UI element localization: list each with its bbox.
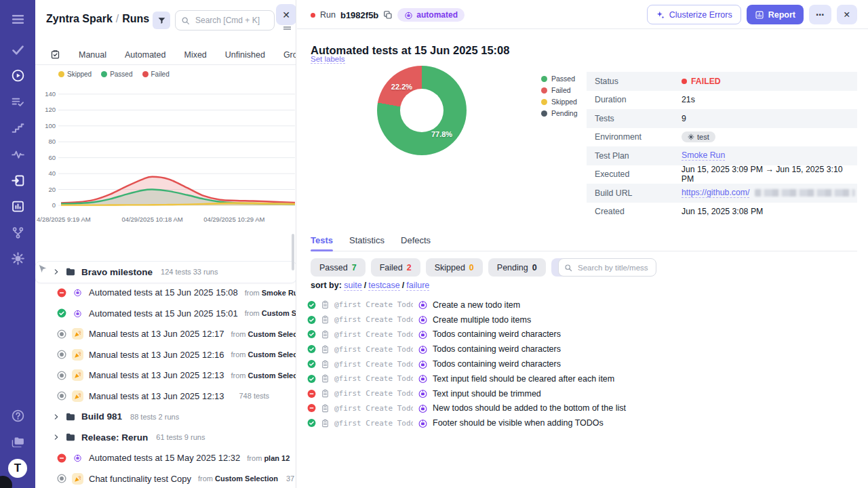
tests-search (558, 258, 656, 277)
breadcrumb-project[interactable]: Zyntra Spark (46, 13, 113, 24)
donut-legend-skipped[interactable]: Skipped (541, 98, 578, 106)
test-title[interactable]: Footer should be visible when adding TOD… (433, 418, 604, 428)
more-button[interactable]: ⋯ (809, 5, 831, 24)
list-check-icon[interactable] (0, 90, 35, 113)
legend-item-skipped[interactable]: Skipped (58, 70, 92, 78)
play-circle-icon[interactable] (0, 64, 35, 87)
sort-option-testcase[interactable]: testcase (368, 281, 400, 291)
clipboard-check-icon[interactable] (50, 49, 60, 60)
test-suite[interactable]: @first Create Todos... (334, 345, 413, 354)
build-url-link[interactable]: https://github.com/ (682, 188, 749, 198)
run-status-icon (57, 329, 66, 339)
steps-icon[interactable] (0, 117, 35, 140)
tab-manual[interactable]: Manual (79, 50, 106, 60)
check-icon[interactable] (0, 38, 35, 61)
test-suite[interactable]: @first Create Todos... (334, 419, 413, 428)
clusterize-errors-button[interactable]: Clusterize Errors (647, 5, 741, 24)
tab-unfinished[interactable]: Unfinished (225, 50, 265, 60)
test-row[interactable]: @first Create Todos... Text input field … (307, 371, 856, 386)
menu-icon[interactable] (0, 7, 35, 30)
test-title[interactable]: New todos should be added to the bottom … (433, 403, 626, 413)
automated-badge[interactable]: automated (397, 8, 465, 22)
donut-legend-pending[interactable]: Pending (541, 109, 578, 117)
test-suite[interactable]: @first Create Todos... (334, 360, 413, 369)
panel-close-button[interactable]: ✕ (276, 4, 296, 25)
logo-t[interactable]: T (8, 459, 27, 478)
chat-widget-bubble[interactable] (0, 476, 12, 488)
test-suite[interactable]: @first Create Todos... (334, 389, 413, 398)
test-title[interactable]: Todos containing weird characters (433, 329, 561, 339)
chip-skipped[interactable]: Skipped 0 (426, 258, 483, 277)
chevron-right-icon[interactable] (53, 434, 60, 441)
activity-icon[interactable] (0, 142, 35, 165)
test-status-icon (307, 330, 316, 339)
folder-row[interactable]: Bravo milestone 124 tests 33 runs (35, 262, 296, 283)
test-row[interactable]: @first Create Todos... Footer should be … (307, 415, 856, 430)
run-row[interactable]: Manual tests at 13 Jun 2025 12:17 from C… (35, 324, 296, 345)
tab-automated[interactable]: Automated (125, 50, 165, 60)
legend-item-passed[interactable]: Passed (101, 70, 132, 78)
run-row[interactable]: Automated tests at 15 Jun 2025 15:01 fro… (35, 303, 296, 324)
runs-search-input[interactable] (194, 15, 269, 26)
scrollbar-thumb[interactable] (292, 234, 294, 270)
copy-icon[interactable] (383, 10, 393, 20)
test-title[interactable]: Create multiple todo items (433, 315, 531, 325)
run-row[interactable]: Automated tests at 15 Jun 2025 15:08 fro… (35, 283, 296, 304)
tab-mixed[interactable]: Mixed (184, 50, 206, 60)
tab-tests[interactable]: Tests (311, 235, 333, 251)
detail-link[interactable]: Smoke Run (682, 150, 725, 161)
test-title[interactable]: Text input field should be cleared after… (433, 374, 614, 384)
test-suite[interactable]: @first Create Todos... (334, 300, 413, 309)
report-button[interactable]: Report (747, 5, 804, 24)
test-row[interactable]: @first Create Todos... Text input should… (307, 386, 856, 401)
import-icon[interactable] (0, 169, 35, 192)
set-labels-link[interactable]: Set labels (311, 55, 345, 64)
chip-pending[interactable]: Pending 0 (488, 258, 546, 277)
close-run-button[interactable]: ✕ (837, 5, 857, 24)
detail-label: Created (595, 207, 682, 216)
test-row[interactable]: @first Create Todos... Create a new todo… (307, 298, 856, 312)
donut-legend-failed[interactable]: Failed (541, 86, 578, 94)
branch-icon[interactable] (0, 221, 35, 244)
test-suite[interactable]: @first Create Todos... (334, 374, 413, 383)
sort-option-failure[interactable]: failure (406, 281, 429, 291)
chevron-right-icon[interactable] (53, 268, 60, 275)
run-row[interactable]: Automated tests at 15 May 2025 12:32 fro… (35, 448, 296, 469)
report-chart-icon[interactable] (0, 195, 35, 218)
chevron-right-icon[interactable] (53, 413, 60, 420)
run-status-icon (57, 350, 66, 359)
test-row[interactable]: @first Create Todos... Todos containing … (307, 357, 856, 371)
legend-item-failed[interactable]: Failed (142, 70, 170, 78)
run-row[interactable]: Manual tests at 13 Jun 2025 12:16 from C… (35, 344, 296, 365)
tab-statistics[interactable]: Statistics (349, 235, 384, 251)
test-row[interactable]: @first Create Todos... Create multiple t… (307, 312, 856, 327)
tab-defects[interactable]: Defects (401, 235, 431, 251)
folders-icon[interactable] (0, 430, 35, 453)
donut-legend-passed[interactable]: Passed (541, 75, 578, 83)
test-title[interactable]: Todos containing weird characters (433, 344, 561, 354)
test-title[interactable]: Text input should be trimmed (433, 389, 541, 399)
sort-option-suite[interactable]: suite (344, 281, 361, 291)
sort-separator: / (400, 281, 406, 290)
folder-row[interactable]: Release: Rerun 61 tests 9 runs (35, 427, 296, 448)
chip-failed[interactable]: Failed 2 (371, 258, 420, 277)
gear-icon[interactable] (0, 247, 35, 270)
test-row[interactable]: @first Create Todos... Todos containing … (307, 342, 856, 357)
test-suite[interactable]: @first Create Todos... (334, 330, 413, 339)
test-suite[interactable]: @first Create Todos... (334, 404, 413, 413)
filter-button[interactable] (153, 12, 170, 29)
tests-search-input[interactable] (576, 263, 650, 272)
test-title[interactable]: Create a new todo item (433, 300, 520, 310)
test-suite[interactable]: @first Create Todos... (334, 315, 413, 324)
test-row[interactable]: @first Create Todos... New todos should … (307, 401, 856, 416)
run-row[interactable]: Manual tests at 13 Jun 2025 12:13 from C… (35, 365, 296, 386)
run-row[interactable]: Manual tests at 13 Jun 2025 12:13 748 te… (35, 386, 296, 407)
run-row[interactable]: Chat functinality test Copy from Custom … (35, 468, 296, 488)
test-title[interactable]: Todos containing weird characters (433, 359, 561, 369)
chip-passed[interactable]: Passed 7 (311, 258, 366, 277)
tab-groups[interactable]: Groups (283, 50, 296, 60)
test-row[interactable]: @first Create Todos... Todos containing … (307, 327, 856, 342)
folder-row[interactable]: Build 981 88 tests 2 runs (35, 407, 296, 428)
help-icon[interactable] (0, 404, 35, 427)
redacted-text (755, 189, 855, 197)
